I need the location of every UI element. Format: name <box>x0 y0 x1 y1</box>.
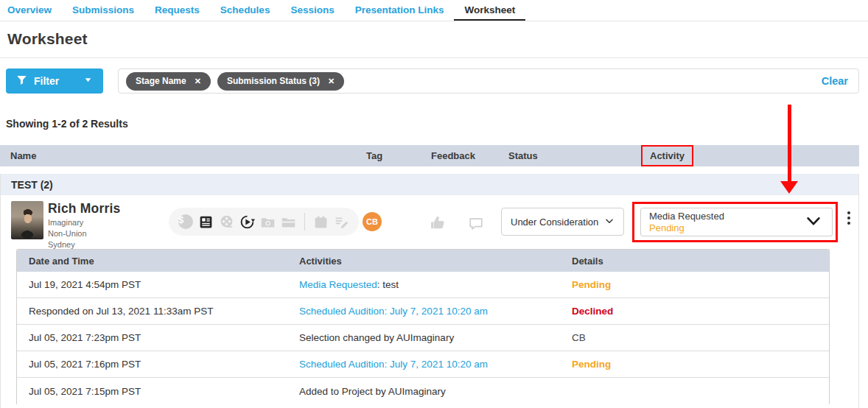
activity-text: Added to Project by AUImaginary <box>299 386 446 397</box>
filter-chip-submission-status[interactable]: Submission Status (3) ✕ <box>217 72 344 91</box>
resume-icon[interactable] <box>198 214 214 230</box>
log-date: Responded on Jul 13, 2021 11:33am PST <box>17 306 287 317</box>
calendar-icon[interactable] <box>313 214 329 230</box>
filter-button[interactable]: Filter <box>6 68 103 94</box>
group-label: TEST (2) <box>11 179 53 191</box>
activity-select-value: Media Requested Pending <box>649 211 724 234</box>
log-date: Jul 19, 2021 4:54pm PST <box>17 279 287 290</box>
log-details: Pending <box>560 359 829 370</box>
log-activity: Added to Project by AUImaginary <box>287 386 560 397</box>
clear-filters-link[interactable]: Clear <box>822 75 848 87</box>
status-select[interactable]: Under Consideration <box>501 208 624 236</box>
filter-chip-stage-name[interactable]: Stage Name ✕ <box>126 72 211 91</box>
activity-log-table: Date and Time Activities Details Jul 19,… <box>16 249 830 404</box>
activity-text: Selection changed by AUImaginary <box>299 332 454 343</box>
annotation-box-activity-select: Media Requested Pending <box>632 202 838 242</box>
thumbs-up-icon[interactable] <box>429 214 447 235</box>
edit-note-icon[interactable] <box>334 214 349 230</box>
activity-link[interactable]: Media Requested <box>299 279 377 290</box>
log-column-details: Details <box>560 256 829 267</box>
activity-log-header: Date and Time Activities Details <box>17 250 829 272</box>
talent-info: Rich Morris Imaginary Non-Union Sydney <box>48 201 120 250</box>
log-date: Jul 05, 2021 7:15pm PST <box>17 386 287 397</box>
comment-icon[interactable] <box>468 216 484 235</box>
log-activity: Scheduled Audition: July 7, 2021 10:20 a… <box>287 359 560 370</box>
chevron-down-icon <box>83 75 93 87</box>
rates-dollar-icon[interactable]: $ <box>178 214 193 229</box>
toolbar-divider <box>304 213 305 231</box>
log-activity: Media Requested: test <box>287 279 560 290</box>
top-navigation: Overview Submissions Requests Schedules … <box>0 0 868 21</box>
tab-worksheet[interactable]: Worksheet <box>454 0 525 21</box>
tab-submissions[interactable]: Submissions <box>62 0 144 20</box>
activity-text: : test <box>377 279 399 290</box>
log-details: Pending <box>560 279 829 290</box>
talent-location: Sydney <box>48 240 120 250</box>
results-card: TEST (2) Rich Morris Imaginary Non-Union… <box>0 174 859 408</box>
results-summary: Showing 1-2 of 2 Results <box>6 118 862 130</box>
close-icon[interactable]: ✕ <box>195 77 201 86</box>
tab-overview[interactable]: Overview <box>7 0 62 20</box>
column-header-activity-label: Activity <box>650 150 685 161</box>
talent-agency: Imaginary <box>48 218 120 228</box>
film-reel-icon[interactable] <box>219 214 234 230</box>
title-bar: Worksheet <box>0 21 868 58</box>
chevron-down-icon <box>604 216 615 228</box>
worksheet-table-header: Name Tag Feedback Status Activity <box>0 145 859 166</box>
annotation-box-activity-header: Activity <box>641 145 693 166</box>
activity-log-row: Jul 05, 2021 7:15pm PST Added to Project… <box>17 378 829 404</box>
activity-link[interactable]: Scheduled Audition: July 7, 2021 10:20 a… <box>299 359 488 370</box>
log-column-activities: Activities <box>287 256 560 267</box>
talent-name[interactable]: Rich Morris <box>48 201 120 217</box>
filter-chip-label: Submission Status (3) <box>227 76 320 86</box>
filter-chip-label: Stage Name <box>136 76 186 86</box>
tab-sessions[interactable]: Sessions <box>280 0 344 20</box>
log-activity: Scheduled Audition: July 7, 2021 10:20 a… <box>287 306 560 317</box>
talent-union-status: Non-Union <box>48 229 120 239</box>
log-date: Jul 05, 2021 7:23pm PST <box>17 332 287 343</box>
column-header-feedback[interactable]: Feedback <box>421 150 498 161</box>
filter-button-label: Filter <box>34 75 59 87</box>
group-row[interactable]: TEST (2) <box>1 174 858 195</box>
media-play-icon[interactable] <box>239 214 255 230</box>
column-header-activity[interactable]: Activity <box>638 145 859 166</box>
activity-select-line1: Media Requested <box>649 211 724 222</box>
activity-log-row: Jul 19, 2021 4:54pm PST Media Requested:… <box>17 272 829 298</box>
activity-link[interactable]: Scheduled Audition: July 7, 2021 10:20 a… <box>299 306 488 317</box>
column-header-tag[interactable]: Tag <box>356 150 421 161</box>
filter-bar: Filter Stage Name ✕ Submission Status (3… <box>6 68 859 94</box>
activity-log-row: Jul 05, 2021 7:23pm PST Selection change… <box>17 325 829 351</box>
log-details: Declined <box>560 306 829 317</box>
folder-icon[interactable] <box>281 214 296 230</box>
chevron-down-icon <box>805 213 822 232</box>
activity-select[interactable]: Media Requested Pending <box>640 208 833 236</box>
talent-row[interactable]: Rich Morris Imaginary Non-Union Sydney $ <box>1 195 858 249</box>
page-title: Worksheet <box>7 30 861 48</box>
tab-schedules[interactable]: Schedules <box>210 0 281 20</box>
log-details: CB <box>560 332 829 343</box>
kebab-menu-icon[interactable] <box>844 211 854 225</box>
close-icon[interactable]: ✕ <box>328 77 335 86</box>
status-select-value: Under Consideration <box>511 217 598 228</box>
annotation-arrow-line <box>788 105 791 181</box>
log-activity: Selection changed by AUImaginary <box>287 332 560 343</box>
activity-select-line2: Pending <box>649 222 724 234</box>
annotation-arrow-head <box>780 181 798 194</box>
tag-badge[interactable]: CB <box>363 212 382 231</box>
tab-requests[interactable]: Requests <box>144 0 210 20</box>
talent-headshot-photo[interactable] <box>11 201 43 239</box>
column-header-name[interactable]: Name <box>0 150 356 161</box>
filter-funnel-icon <box>16 74 27 88</box>
log-column-date: Date and Time <box>17 256 287 267</box>
log-date: Jul 05, 2021 7:16pm PST <box>17 359 287 370</box>
activity-log-row: Responded on Jul 13, 2021 11:33am PST Sc… <box>17 298 829 325</box>
active-filters-container: Stage Name ✕ Submission Status (3) ✕ Cle… <box>118 68 859 94</box>
activity-log-row: Jul 05, 2021 7:16pm PST Scheduled Auditi… <box>17 351 829 378</box>
column-header-status[interactable]: Status <box>498 150 638 161</box>
talent-media-toolbar: $ <box>169 208 359 236</box>
tab-presentation-links[interactable]: Presentation Links <box>345 0 455 20</box>
folder-attachment-icon[interactable] <box>260 214 276 230</box>
